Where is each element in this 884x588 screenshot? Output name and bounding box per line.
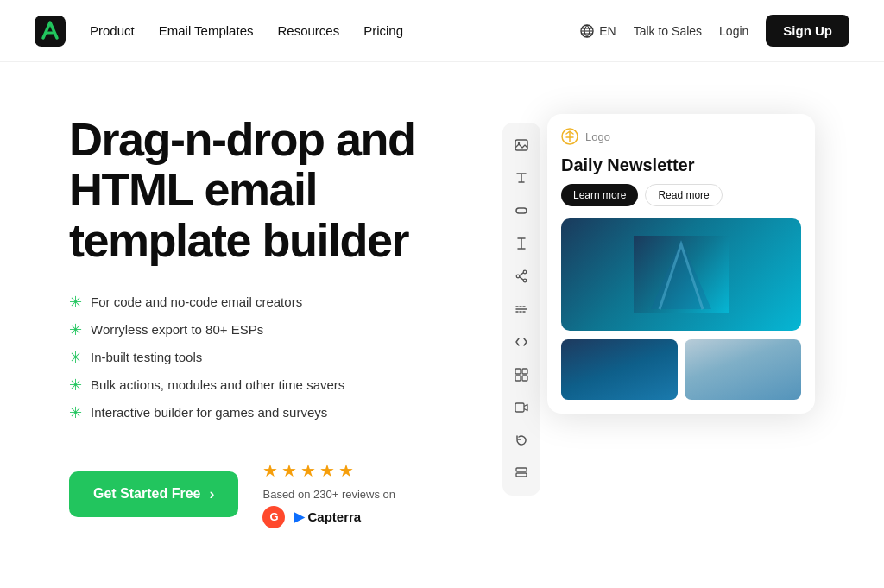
feature-text-5: Interactive builder for games and survey… [91,405,327,420]
share-tool[interactable] [508,262,535,290]
star-5: ★ [338,460,354,481]
reviews-block: ★ ★ ★ ★ ★ Based on 230+ reviews on G ▶ C… [262,460,395,528]
feature-item-1: ✳ For code and no-code email creators [69,293,451,312]
nav-right: EN Talk to Sales Login Sign Up [580,15,849,47]
ep-thumbnail-2 [685,339,801,400]
image-tool[interactable] [508,131,535,159]
cta-row: Get Started Free › ★ ★ ★ ★ ★ Based on 23… [69,460,451,528]
star-bullet-icon: ✳ [69,320,82,339]
reset-tool[interactable] [508,427,535,454]
video-tool[interactable] [508,394,535,421]
login-link[interactable]: Login [719,24,748,38]
talk-to-sales-link[interactable]: Talk to Sales [634,24,702,38]
svg-rect-15 [515,376,521,381]
nav-email-templates[interactable]: Email Templates [159,23,254,38]
lang-selector[interactable]: EN [580,24,616,38]
svg-point-7 [516,275,520,278]
star-4: ★ [319,460,335,481]
feature-text-3: In-built testing tools [91,350,202,364]
star-bullet-icon: ✳ [69,376,82,395]
block-tool[interactable] [508,361,535,389]
hero-section: Drag-n-drop and HTML email template buil… [0,62,884,563]
star-3: ★ [300,460,316,481]
divider-tool[interactable] [508,295,535,323]
builder-wrapper: Logo Daily Newsletter Learn more Read mo… [502,114,815,496]
nav-resources[interactable]: Resources [277,23,339,38]
svg-rect-13 [515,369,521,374]
navbar: Product Email Templates Resources Pricin… [0,0,884,62]
nav-pricing[interactable]: Pricing [363,23,403,38]
g2-logo: G [262,506,285,528]
ep-thumbnail-1 [561,339,678,400]
sidebar-tools [502,123,540,496]
stars-row: ★ ★ ★ ★ ★ [262,460,395,481]
ep-read-more-button[interactable]: Read more [645,184,722,206]
star-bullet-icon: ✳ [69,293,82,312]
globe-icon [580,24,594,38]
feature-item-3: ✳ In-built testing tools [69,348,451,367]
svg-rect-19 [516,473,527,477]
email-preview-card: Logo Daily Newsletter Learn more Read mo… [547,114,815,414]
star-2: ★ [281,460,297,481]
ep-header: Logo [561,128,801,145]
ep-logo-icon [561,128,578,145]
spacer-tool[interactable] [508,230,535,257]
button-tool[interactable] [508,197,535,224]
code-tool[interactable] [508,328,535,356]
feature-text-1: For code and no-code email creators [91,294,302,309]
svg-rect-4 [516,208,527,213]
star-bullet-icon: ✳ [69,403,82,422]
feature-text-2: Worryless export to 80+ ESPs [91,322,263,337]
svg-point-6 [523,279,527,282]
reviews-text: Based on 230+ reviews on [262,488,395,501]
svg-rect-18 [516,468,527,471]
get-started-label: Get Started Free [93,486,200,502]
review-logos: G ▶ Capterra [262,506,395,528]
module-tool[interactable] [508,459,535,487]
hero-title: Drag-n-drop and HTML email template buil… [69,114,451,265]
svg-rect-16 [522,376,527,381]
star-bullet-icon: ✳ [69,348,82,367]
svg-rect-0 [35,16,66,47]
ep-action-buttons: Learn more Read more [561,184,801,206]
ep-main-image-graphic [634,236,729,313]
star-1: ★ [262,460,278,481]
svg-line-8 [520,273,524,275]
feature-text-4: Bulk actions, modules and other time sav… [91,377,344,392]
svg-line-9 [520,277,524,280]
ep-newsletter-title: Daily Newsletter [561,155,801,175]
feature-item-2: ✳ Worryless export to 80+ ESPs [69,320,451,339]
ep-main-image [561,218,801,331]
svg-rect-17 [515,403,524,412]
feature-list: ✳ For code and no-code email creators ✳ … [69,293,451,422]
feature-item-5: ✳ Interactive builder for games and surv… [69,403,451,422]
ep-learn-more-button[interactable]: Learn more [561,184,638,206]
feature-item-4: ✳ Bulk actions, modules and other time s… [69,376,451,395]
nav-product[interactable]: Product [90,23,135,38]
svg-rect-14 [522,369,527,374]
ep-logo-text: Logo [585,130,610,143]
svg-point-5 [523,270,527,274]
capterra-logo: ▶ Capterra [294,509,361,525]
text-tool[interactable] [508,164,535,192]
get-started-button[interactable]: Get Started Free › [69,471,238,517]
nav-links: Product Email Templates Resources Pricin… [90,23,580,38]
capterra-arrow-icon: ▶ [294,509,304,525]
signup-button[interactable]: Sign Up [766,15,849,47]
lang-label: EN [599,24,616,38]
hero-left: Drag-n-drop and HTML email template buil… [69,114,451,528]
arrow-icon: › [209,485,214,503]
hero-right: Logo Daily Newsletter Learn more Read mo… [502,114,815,496]
logo-icon [35,16,66,47]
ep-thumbnail-row [561,339,801,400]
